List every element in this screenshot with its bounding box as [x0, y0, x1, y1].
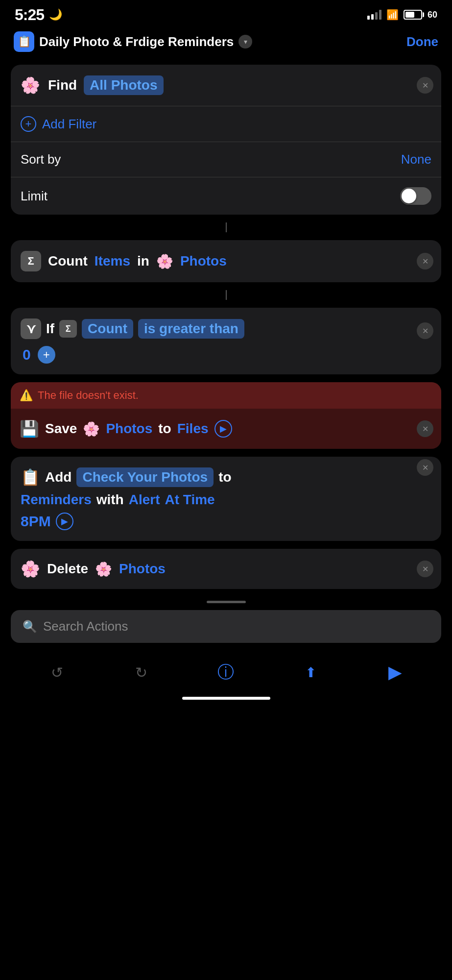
search-icon: 🔍 — [23, 620, 37, 634]
limit-label: Limit — [21, 189, 48, 204]
delete-label: Delete — [47, 561, 88, 577]
limit-row: Limit — [11, 177, 441, 215]
count-label: Count — [48, 253, 88, 269]
if-close-button[interactable]: ✕ — [417, 322, 433, 339]
chevron-down-icon[interactable]: ▾ — [238, 35, 252, 49]
reminder-row-3: 8PM ▶ — [21, 513, 431, 530]
if-value[interactable]: 0 — [23, 346, 31, 363]
reminder-row-1: 📋 Add Check Your Photos to ✕ — [21, 467, 431, 487]
delete-photos-icon: 🌸 — [21, 560, 40, 578]
count-close-button[interactable]: ✕ — [417, 253, 433, 270]
save-row: 💾 Save 🌸 Photos to Files ▶ ✕ — [11, 409, 441, 449]
find-label: Find — [48, 77, 77, 93]
save-label: Save — [45, 421, 77, 437]
info-button[interactable]: ⓘ — [211, 658, 240, 687]
app-icon: 📋 — [14, 31, 34, 52]
add-filter-circle-icon: + — [21, 116, 36, 132]
connector-line-1 — [226, 222, 227, 232]
sort-by-row[interactable]: Sort by None — [11, 142, 441, 177]
sigma-icon: Σ — [21, 251, 41, 271]
share-icon: ⬆ — [305, 664, 316, 681]
signal-icon — [367, 10, 381, 20]
scroll-indicator — [207, 601, 246, 603]
nav-title-group: 📋 Daily Photo & Frdige Reminders ▾ — [14, 31, 252, 52]
done-button[interactable]: Done — [406, 34, 438, 49]
photos-icon-save: 🌸 — [83, 421, 100, 437]
photos-label-save[interactable]: Photos — [106, 421, 152, 437]
main-content: 🌸 Find All Photos ✕ + Add Filter Sort by… — [0, 60, 452, 594]
limit-toggle[interactable] — [400, 187, 431, 205]
reminder-row-2: Reminders with Alert At Time — [21, 492, 431, 508]
at-time-label[interactable]: At Time — [165, 492, 215, 508]
find-close-button[interactable]: ✕ — [417, 77, 433, 94]
bottom-toolbar: ↺ ↻ ⓘ ⬆ ▶ — [0, 648, 452, 692]
error-icon: ⚠️ — [20, 389, 33, 402]
if-card: ⋎ If Σ Count is greater than ✕ 0 + — [11, 308, 441, 374]
error-message: The file doesn't exist. — [38, 389, 139, 402]
items-label[interactable]: Items — [95, 253, 130, 269]
status-time: 5:25 — [15, 6, 44, 24]
if-row-1: ⋎ If Σ Count is greater than ✕ — [21, 318, 431, 339]
count-items-card: Σ Count Items in 🌸 Photos ✕ — [11, 240, 441, 282]
photos-icon-count: 🌸 — [156, 253, 173, 270]
photos-app-icon: 🌸 — [21, 76, 40, 95]
reminder-close-button[interactable]: ✕ — [417, 459, 433, 476]
play-button[interactable]: ▶ — [381, 658, 410, 687]
error-banner: ⚠️ The file doesn't exist. — [11, 382, 441, 409]
all-photos-tag[interactable]: All Photos — [84, 75, 163, 95]
redo-icon: ↻ — [135, 664, 147, 681]
if-row-2: 0 + — [23, 346, 431, 364]
save-photos-card: ⚠️ The file doesn't exist. 💾 Save 🌸 Phot… — [11, 382, 441, 449]
alert-label[interactable]: Alert — [129, 492, 160, 508]
add-filter-row[interactable]: + Add Filter — [11, 106, 441, 142]
if-icon: ⋎ — [21, 318, 41, 339]
if-label: If — [46, 321, 54, 337]
delete-card: 🌸 Delete 🌸 Photos ✕ — [11, 549, 441, 589]
if-plus-button[interactable]: + — [38, 346, 55, 364]
if-count-tag[interactable]: Count — [82, 319, 133, 339]
undo-icon: ↺ — [51, 664, 63, 681]
add-label: Add — [45, 469, 71, 485]
search-bar[interactable]: 🔍 Search Actions — [11, 610, 441, 643]
find-photos-card: 🌸 Find All Photos ✕ + Add Filter Sort by… — [11, 65, 441, 215]
home-indicator — [182, 697, 270, 700]
delete-photos-icon-2: 🌸 — [95, 561, 112, 577]
connector-line-2 — [226, 290, 227, 300]
to-label-save: to — [158, 421, 171, 437]
if-sigma-icon: Σ — [59, 320, 77, 338]
delete-close-button[interactable]: ✕ — [417, 561, 433, 577]
wifi-icon: 📶 — [386, 9, 399, 21]
find-row: 🌸 Find All Photos ✕ — [11, 65, 441, 106]
search-actions-placeholder[interactable]: Search Actions — [43, 619, 128, 634]
reminders-label[interactable]: Reminders — [21, 492, 92, 508]
search-bar-container: 🔍 Search Actions — [0, 605, 452, 648]
sort-by-label: Sort by — [21, 152, 61, 167]
info-icon: ⓘ — [217, 661, 234, 684]
time-label[interactable]: 8PM — [21, 513, 51, 530]
save-close-button[interactable]: ✕ — [417, 420, 433, 437]
files-label[interactable]: Files — [177, 421, 209, 437]
battery-indicator: 60 — [404, 10, 437, 20]
sort-by-value[interactable]: None — [401, 152, 431, 167]
add-filter-label[interactable]: Add Filter — [42, 117, 96, 132]
undo-button[interactable]: ↺ — [42, 658, 71, 687]
photos-label-count[interactable]: Photos — [180, 253, 227, 269]
nav-bar: 📋 Daily Photo & Frdige Reminders ▾ Done — [0, 26, 452, 60]
moon-icon: 🌙 — [49, 8, 62, 21]
battery-level: 60 — [428, 10, 437, 20]
nav-title-text: Daily Photo & Frdige Reminders — [39, 34, 234, 49]
if-condition-tag[interactable]: is greater than — [138, 319, 244, 339]
redo-button[interactable]: ↻ — [127, 658, 156, 687]
check-your-photos-tag[interactable]: Check Your Photos — [76, 467, 214, 487]
save-arrow-button[interactable]: ▶ — [214, 420, 232, 438]
to-label-reminder: to — [218, 469, 231, 485]
toggle-knob — [402, 189, 416, 203]
in-label: in — [137, 253, 149, 269]
status-bar: 5:25 🌙 📶 60 — [0, 0, 452, 26]
save-icon: 💾 — [20, 419, 39, 438]
delete-photos-label[interactable]: Photos — [119, 561, 166, 577]
with-label: with — [96, 492, 124, 508]
reminder-arrow-button[interactable]: ▶ — [56, 513, 73, 530]
share-button[interactable]: ⬆ — [296, 658, 325, 687]
status-icons: 📶 60 — [367, 9, 437, 21]
